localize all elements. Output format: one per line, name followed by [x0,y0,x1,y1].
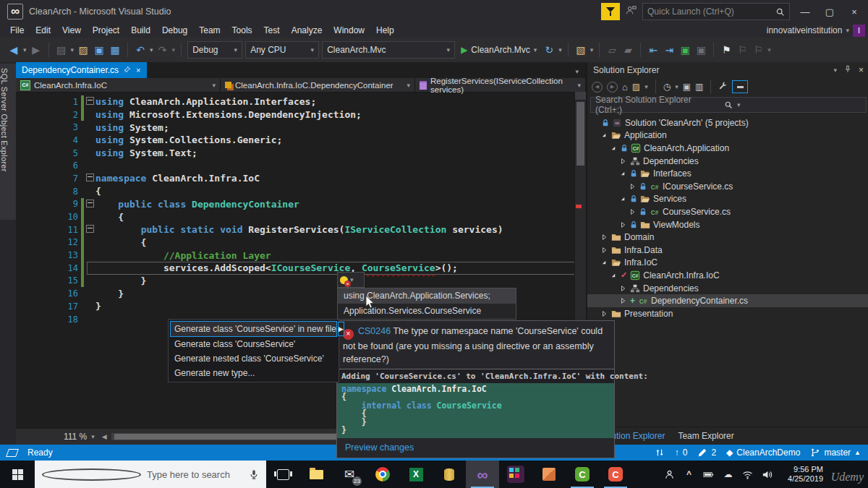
code-line[interactable]: 14 services.AddScoped<ICourseService, Co… [16,262,586,275]
solution-search-input[interactable]: Search Solution Explorer (Ctrl+;) ▾ [590,97,867,113]
menu-view[interactable]: View [56,23,87,38]
tree-item-viewmodels[interactable]: ViewModels [587,218,868,231]
sql-server-object-explorer-tab[interactable]: SQL Server Object Explorer [0,64,16,220]
uncomment-icon[interactable]: ▣ [694,44,707,56]
camtasia-recorder-button[interactable]: C [566,461,599,488]
save-icon[interactable]: ▣ [93,44,106,56]
restore-button[interactable]: ▢ [820,7,839,17]
tree-item-domain[interactable]: Domain [587,231,868,244]
expand-arrow-icon[interactable] [600,246,608,254]
context-menu-item[interactable]: Generate nested class 'CourseService' [170,351,337,366]
menu-debug[interactable]: Debug [156,23,193,38]
repository-indicator[interactable]: ◆ CleanArchDemo [726,448,800,458]
context-menu-item[interactable]: Generate class 'CourseService' [170,337,337,351]
tree-item-solution-cleanarch-5-projects[interactable]: ∞Solution 'CleanArch' (5 projects) [587,116,868,129]
account-area[interactable]: innovativeinstitution ▾ I [767,25,868,37]
quick-launch-input[interactable]: Quick Launch (Ctrl+Q) [642,3,790,20]
namespace-dropdown[interactable]: C# CleanArch.Infra.IoC ▾ [16,78,221,92]
tree-item-cleanarch-application[interactable]: C#CleanArch.Application [587,142,868,155]
next-bookmark-icon[interactable]: ⚐ [752,44,765,56]
error-marker[interactable] [576,205,582,208]
previous-bookmark-icon[interactable]: ⚐ [736,44,749,56]
collapse-arrow-icon[interactable] [609,271,618,280]
wifi-icon[interactable] [738,461,757,488]
tree-item-infra-ioc[interactable]: Infra.IoC [587,257,868,270]
close-button[interactable]: × [845,7,864,17]
slack-button[interactable] [499,461,532,488]
expand-arrow-icon[interactable] [628,182,637,191]
code-line[interactable]: 4using System.Collections.Generic; [16,134,586,147]
preview-selected-items-icon[interactable] [732,80,748,93]
back-icon[interactable]: ◀ [592,82,603,93]
increase-indent-icon[interactable]: ⇥ [663,44,676,56]
menu-edit[interactable]: Edit [30,23,56,38]
tree-item-dependencies[interactable]: Dependencies [587,282,868,295]
task-view-button[interactable] [266,461,299,488]
tree-item-dependencies[interactable]: Dependencies [587,155,868,168]
pending-edits-indicator[interactable]: 2 [697,448,716,458]
code-line[interactable]: 1using CleanArch.Application.Interfaces; [16,95,586,108]
code-line[interactable]: 3using System; [16,121,586,134]
suggestion-item[interactable]: Application.Services.CourseService [338,304,516,319]
open-file-icon[interactable]: ▨ [77,44,90,56]
pin-icon[interactable] [844,65,851,75]
volume-icon[interactable] [757,461,777,488]
expand-arrow-icon[interactable] [618,284,627,293]
expand-arrow-icon[interactable] [618,221,627,229]
camtasia-button[interactable]: C [599,461,632,488]
chevron-down-icon[interactable]: ▾ [590,46,594,53]
microphone-icon[interactable] [249,469,259,479]
tree-item-courseservice-cs[interactable]: C#CourseService.cs [587,205,868,218]
chevron-down-icon[interactable]: ▾ [23,46,27,53]
code-line[interactable]: 11 public static void RegisterServices(I… [16,223,586,236]
context-menu-item[interactable]: Generate new type... [170,366,337,380]
undo-icon[interactable]: ↶ [134,44,147,56]
preview-changes-link[interactable]: Preview changes [345,442,414,453]
chevron-down-icon[interactable]: ▾ [833,67,837,74]
fold-marker[interactable] [84,173,95,184]
document-tab[interactable]: DependencyContainer.cs × [16,62,147,78]
nuget-button[interactable] [532,461,566,488]
expand-arrow-icon[interactable] [600,233,608,241]
redo-icon[interactable]: ↷ [156,44,169,56]
source-control-icon[interactable] [655,448,665,458]
menu-help[interactable]: Help [370,23,400,38]
code-line[interactable]: 12 { [16,236,586,249]
zoom-control[interactable]: 111 % ▾ [61,430,98,443]
refresh-icon[interactable]: ↻ [542,44,556,56]
branch-indicator[interactable]: master ▲ [810,448,861,458]
minimize-button[interactable]: — [796,7,814,17]
code-line[interactable]: 6 [16,159,586,172]
chevron-down-icon[interactable]: ▾ [558,46,562,53]
new-project-icon[interactable]: ▤ [55,44,68,56]
menu-window[interactable]: Window [328,23,370,38]
expand-arrow-icon[interactable] [628,207,637,216]
chevron-down-icon[interactable]: ▾ [767,46,771,53]
code-line[interactable]: 13 //Application Layer [16,249,586,262]
context-menu-item[interactable]: Generate class 'CourseService' in new fi… [170,321,337,337]
pending-changes-filter-icon[interactable]: ◷ [663,82,671,92]
close-icon[interactable]: × [859,65,864,75]
outgoing-commits-indicator[interactable]: ↑ 0 [675,448,688,458]
lightbulb-button[interactable]: ▾ [337,272,365,288]
onedrive-cloud-icon[interactable]: ☁ [718,461,738,488]
collapse-arrow-icon[interactable] [600,131,608,140]
battery-icon[interactable] [699,461,718,488]
attach-process-icon[interactable]: ▰ [621,44,634,56]
avatar[interactable]: I [853,25,865,37]
splitter-handle[interactable] [575,92,586,100]
chrome-button[interactable] [366,461,399,488]
collapse-arrow-icon[interactable] [618,169,627,178]
tree-item-dependencycontainer-cs[interactable]: +C#DependencyContainer.cs [587,294,868,307]
code-line[interactable]: 9 public class DependencyContainer [16,198,586,211]
chevron-down-icon[interactable]: ▾ [644,83,648,90]
visual-studio-button[interactable]: ∞ [466,461,499,488]
code-line[interactable]: 7namespace CleanArch.Infra.IoC [16,172,586,185]
startup-project-combo[interactable]: CleanArch.Mvc ▾ [322,41,455,59]
tree-item-application[interactable]: Application [587,129,868,142]
comment-icon[interactable]: ▣ [678,44,692,56]
home-icon[interactable]: ⌂ [622,82,628,93]
taskbar-clock[interactable]: 9:56 PM 4/25/2019 [777,465,826,484]
submenu-arrow-icon[interactable]: ▶ [338,322,344,336]
taskbar-search-input[interactable]: Type here to search [35,461,266,488]
